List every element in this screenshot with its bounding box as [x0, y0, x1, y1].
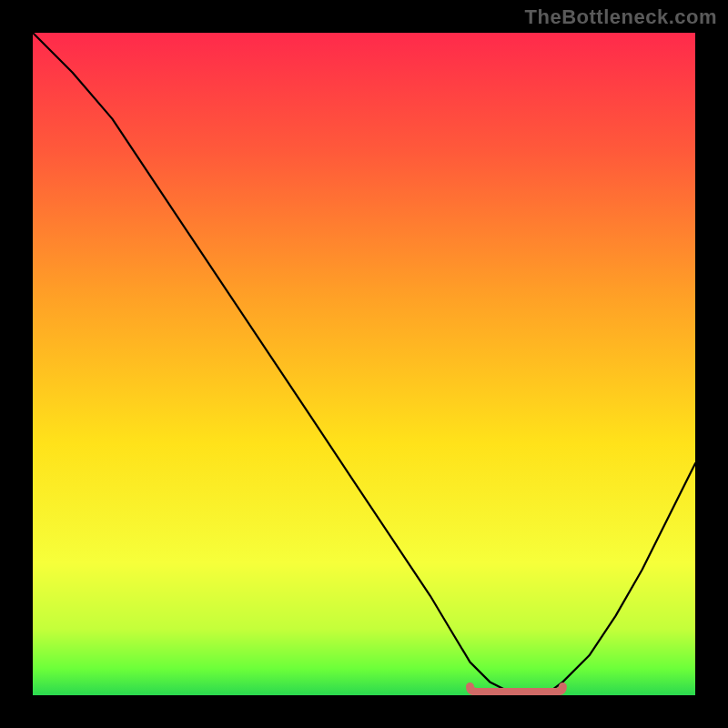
optimal-band-marker — [470, 686, 563, 692]
curve-layer — [33, 33, 695, 695]
bottleneck-curve — [33, 33, 695, 695]
plot-area — [33, 33, 695, 695]
chart-stage: TheBottleneck.com — [0, 0, 728, 728]
watermark-text: TheBottleneck.com — [525, 5, 717, 29]
